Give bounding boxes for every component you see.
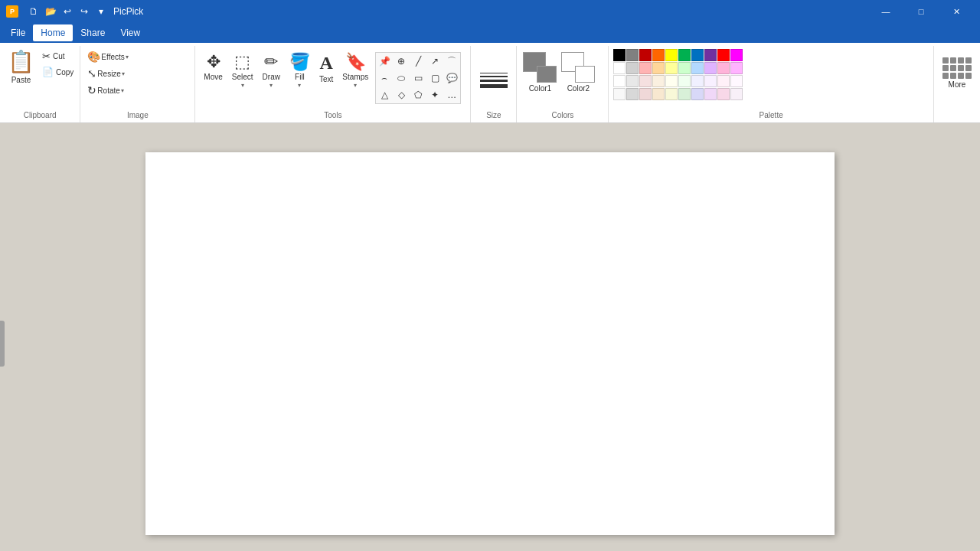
palette-color-pk3[interactable] xyxy=(717,88,730,100)
palette-color-p2[interactable] xyxy=(704,75,717,87)
shape-pentagon-btn[interactable]: ⬠ xyxy=(410,86,426,103)
shape-pin-btn[interactable]: 📌 xyxy=(376,53,393,70)
clipboard-group: 📋 Paste ✂ Cut 📄 Copy Clipboard xyxy=(0,46,80,122)
canvas-white[interactable] xyxy=(145,152,835,535)
palette-color-gr3[interactable] xyxy=(678,88,691,100)
customize-btn[interactable]: ▾ xyxy=(93,4,109,19)
canvas-edge-left xyxy=(0,321,5,367)
redo-btn[interactable]: ↪ xyxy=(77,4,92,19)
palette-color-lgreen[interactable] xyxy=(678,62,691,74)
palette-color-g2[interactable] xyxy=(626,75,639,87)
palette-row-1 xyxy=(613,49,929,61)
tools-group: ✥ Move ⬚ Select ▾ ✏ Draw ▾ 🪣 Fill ▾ xyxy=(195,46,471,122)
shape-curve-btn[interactable]: ⌒ xyxy=(443,53,460,70)
more-grid-icon[interactable] xyxy=(942,57,972,79)
size-group: Size xyxy=(471,46,517,122)
palette-color-orange[interactable] xyxy=(652,49,665,61)
minimize-btn[interactable]: — xyxy=(868,0,903,23)
stamps-label: Stamps xyxy=(342,73,368,81)
palette-color-m2[interactable] xyxy=(730,75,743,87)
color2-button[interactable] xyxy=(561,52,595,83)
stamps-button[interactable]: 🔖 Stamps ▾ xyxy=(338,49,372,89)
shape-rounded-rect-btn[interactable]: ▢ xyxy=(426,70,443,86)
effects-label: Effects xyxy=(101,53,124,61)
menu-share[interactable]: Share xyxy=(73,24,113,41)
shape-more-btn[interactable]: … xyxy=(443,86,460,103)
palette-color-b2[interactable] xyxy=(691,75,704,87)
shape-arc-btn[interactable]: ⌢ xyxy=(376,70,393,86)
palette-color-o3[interactable] xyxy=(652,88,665,100)
color1-button[interactable] xyxy=(523,52,557,83)
palette-color-lavender[interactable] xyxy=(704,62,717,74)
draw-label: Draw xyxy=(263,73,280,81)
color2-label: Color2 xyxy=(567,84,590,93)
palette-color-g3[interactable] xyxy=(626,88,639,100)
shape-line-btn[interactable]: ╱ xyxy=(410,53,426,70)
palette-color-dgray[interactable] xyxy=(626,49,639,61)
palette-color-y2[interactable] xyxy=(665,75,678,87)
palette-color-magenta[interactable] xyxy=(730,49,743,61)
select-button[interactable]: ⬚ Select ▾ xyxy=(228,49,257,89)
cut-button[interactable]: ✂ Cut xyxy=(39,49,77,64)
shape-star-btn[interactable]: ✦ xyxy=(426,86,443,103)
palette-color-yellow[interactable] xyxy=(665,49,678,61)
paste-icon: 📋 xyxy=(8,49,34,74)
palette-color-black[interactable] xyxy=(613,49,626,61)
palette-color-r2[interactable] xyxy=(639,75,652,87)
size-line-3[interactable] xyxy=(480,80,508,82)
palette-color-red[interactable] xyxy=(717,49,730,61)
palette-color-purple[interactable] xyxy=(704,49,717,61)
palette-color-m3[interactable] xyxy=(730,88,743,100)
palette-color-darkred[interactable] xyxy=(639,49,652,61)
palette-color-peach[interactable] xyxy=(652,62,665,74)
palette-color-green[interactable] xyxy=(678,49,691,61)
palette-color-blue[interactable] xyxy=(691,49,704,61)
resize-button[interactable]: ⤡ Resize ▾ xyxy=(85,66,190,81)
palette-color-lblue[interactable] xyxy=(691,62,704,74)
shape-triangle-btn[interactable]: △ xyxy=(376,86,393,103)
menu-file[interactable]: File xyxy=(3,24,33,41)
palette-color-lyellow[interactable] xyxy=(665,62,678,74)
palette-color-p3[interactable] xyxy=(704,88,717,100)
effects-arrow-icon: ▾ xyxy=(126,54,129,60)
shape-arrow-btn[interactable]: ↗ xyxy=(426,53,443,70)
palette-color-y3[interactable] xyxy=(665,88,678,100)
palette-color-b3[interactable] xyxy=(691,88,704,100)
shape-rect-btn[interactable]: ▭ xyxy=(410,70,426,86)
size-line-1[interactable] xyxy=(480,73,508,73)
palette-color-gr2[interactable] xyxy=(678,75,691,87)
canvas-area[interactable] xyxy=(0,123,980,551)
shape-ellipse-btn[interactable]: ⬭ xyxy=(393,70,410,86)
palette-color-lpink[interactable] xyxy=(639,62,652,74)
new-file-btn[interactable]: 🗋 xyxy=(26,4,41,19)
size-line-2[interactable] xyxy=(480,76,508,77)
maximize-btn[interactable]: □ xyxy=(903,0,939,23)
draw-button[interactable]: ✏ Draw ▾ xyxy=(259,49,284,89)
palette-color-lgray[interactable] xyxy=(626,62,639,74)
text-button[interactable]: A Text xyxy=(315,49,337,83)
resize-label: Resize xyxy=(97,70,121,78)
menu-view[interactable]: View xyxy=(113,24,148,41)
copy-button[interactable]: 📄 Copy xyxy=(39,65,77,79)
undo-btn[interactable]: ↩ xyxy=(60,4,75,19)
palette-color-w3[interactable] xyxy=(613,88,626,100)
palette-color-w2[interactable] xyxy=(613,75,626,87)
fill-button[interactable]: 🪣 Fill ▾ xyxy=(286,49,314,89)
shape-crosshair-btn[interactable]: ⊕ xyxy=(393,53,410,70)
palette-color-rose[interactable] xyxy=(717,62,730,74)
palette-color-o2[interactable] xyxy=(652,75,665,87)
size-line-4[interactable] xyxy=(480,84,508,88)
palette-color-white[interactable] xyxy=(613,62,626,74)
move-icon: ✥ xyxy=(207,52,220,72)
rotate-button[interactable]: ↻ Rotate ▾ xyxy=(85,83,190,98)
shape-diamond-btn[interactable]: ◇ xyxy=(393,86,410,103)
open-file-btn[interactable]: 📂 xyxy=(43,4,58,19)
effects-button[interactable]: 🎨 Effects ▾ xyxy=(85,49,190,64)
menu-home[interactable]: Home xyxy=(33,24,73,41)
palette-color-r3[interactable] xyxy=(639,88,652,100)
close-btn[interactable]: ✕ xyxy=(939,0,974,23)
shape-speech-btn[interactable]: 💬 xyxy=(443,70,460,86)
palette-color-pk2[interactable] xyxy=(717,75,730,87)
move-button[interactable]: ✥ Move xyxy=(200,49,226,81)
palette-color-lmagenta[interactable] xyxy=(730,62,743,74)
